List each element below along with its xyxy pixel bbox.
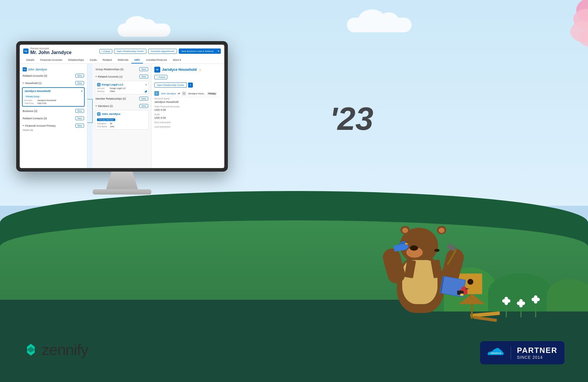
v-connector-1 — [92, 99, 93, 123]
kenge-account-label: Account — [97, 87, 109, 89]
member-relationships-text: Member Relationships (0) — [96, 97, 126, 100]
kenge-industry-field: Industry Other — [97, 90, 147, 92]
mid-related-accounts-header[interactable]: ▾ Related Accounts (1) New — [93, 73, 151, 80]
sf-cloud-logo: salesforce — [487, 346, 505, 359]
detail-alert-icon: △ — [199, 68, 201, 71]
tab-referrals[interactable]: Referrals — [115, 57, 131, 63]
john-firstname-value: John — [110, 125, 114, 128]
new-biz-button[interactable]: New Business Lead & Referral — [179, 48, 216, 54]
account-name-section: Account Name Jarndyce Household — [154, 97, 221, 103]
household-label: ▾ Household (1) — [23, 82, 42, 85]
tab-details[interactable]: Details — [23, 57, 37, 63]
financial-account-new-btn[interactable]: New — [75, 124, 84, 128]
primary-badge: Primary — [207, 92, 217, 95]
group-relationships-header[interactable]: Group Relationships (0) New — [93, 66, 151, 72]
aum-value: USD 0.00 — [154, 116, 221, 119]
tab-arc[interactable]: ARC — [131, 57, 143, 63]
new-biz-group: New Business Lead & Referral ▾ — [179, 48, 221, 54]
kenge-dropdown[interactable]: ▾ — [146, 83, 147, 86]
tab-financial-accounts[interactable]: Financial Accounts — [37, 57, 65, 63]
jarndyce-household-card: Jarndyce Household ▾ Primary Group Accou… — [22, 87, 85, 107]
detail-open-rel-wrapper: Open Relationship Center ▾ — [154, 82, 221, 88]
members-row: P John Jarndyce ⇄ H Jarndyce Hous... Pri… — [154, 90, 221, 97]
household-chevron: ▾ — [23, 82, 24, 84]
household-header[interactable]: ▾ Household (1) New — [20, 80, 87, 86]
tab-activities-timeline[interactable]: ActivitiesTimeLine — [143, 57, 170, 63]
related-contacts-header[interactable]: Related Contacts (0) New — [20, 115, 87, 121]
white-flowers — [494, 288, 553, 317]
nav-tabs: Details Financial Accounts Relationships… — [23, 57, 221, 63]
member-relationships-header[interactable]: Member Relationships (0) New — [93, 96, 151, 102]
monitor-stand — [104, 172, 140, 189]
h-connector-1 — [87, 99, 93, 99]
business-header[interactable]: Business (0) New — [20, 108, 87, 114]
mid-related-accounts-new-btn[interactable]: New — [139, 75, 148, 78]
cloud-1 — [118, 24, 171, 37]
member-relationships-new-btn[interactable]: New — [139, 97, 148, 100]
business-new-btn[interactable]: New — [75, 109, 84, 113]
kenge-industry-label: Industry — [97, 90, 109, 92]
household-financial-value: USD 0.00 — [37, 102, 46, 104]
john-member-badge-wrapper: Primary Member — [97, 116, 147, 122]
financial-account-section: ▾ Financial Account Primary New Owner (6… — [20, 123, 87, 133]
tab-related[interactable]: Related — [100, 57, 115, 63]
related-accounts-header[interactable]: Related Accounts (0) New — [20, 73, 87, 79]
badge-divider — [511, 346, 511, 359]
john-member-badge: Primary Member — [97, 118, 115, 121]
household-row-icon: H — [182, 91, 186, 96]
household-card-name: Jarndyce Household — [24, 90, 51, 93]
kenge-account-field: Account Kenge Legal LLC — [97, 87, 147, 89]
john-salutation-label: Salutation — [97, 123, 109, 125]
monitor-wrapper: PA Person Account Mr. John Jarndyce + Fo… — [16, 41, 228, 195]
left-panel: PA John Jarndyce Related Accounts (0) Ne… — [20, 64, 87, 168]
zennify-brand: zennify — [24, 341, 88, 358]
group-relationships-new-btn[interactable]: New — [139, 67, 148, 71]
svg-text:salesforce: salesforce — [491, 352, 502, 354]
total-financial-label: Total Financial Accounts — [154, 105, 221, 108]
aum-section: AUM USD 0.00 — [154, 113, 221, 119]
household-card-badge-wrapper: Primary Group — [24, 93, 82, 98]
row-share-icon[interactable]: ⇄ — [178, 92, 180, 95]
john-salutation-field: Salutation Mr — [97, 123, 147, 125]
follow-button[interactable]: + Follow — [99, 49, 112, 53]
detail-rel-dropdown[interactable]: ▾ — [188, 83, 193, 88]
year-display: '23 — [330, 100, 373, 137]
group-relationships-section: Group Relationships (0) New — [93, 66, 151, 72]
mid-related-chevron: ▾ — [96, 75, 97, 78]
detail-header: H Jarndyce Household △ — [154, 67, 221, 73]
detail-icon: H — [154, 67, 160, 73]
schedule-appt-button[interactable]: Schedule Appointment — [148, 49, 177, 54]
open-rel-center-button[interactable]: Open Relationship Center — [114, 49, 146, 54]
tab-goals[interactable]: Goals — [87, 57, 100, 63]
zennify-icon — [24, 342, 38, 357]
john-member-icon: P — [97, 112, 101, 116]
financial-account-header[interactable]: ▾ Financial Account Primary New — [20, 123, 87, 129]
group-relationships-label: Group Relationships (0) — [96, 68, 123, 71]
record-header: PA Person Account Mr. John Jarndyce + Fo… — [23, 47, 221, 55]
related-accounts-new-btn[interactable]: New — [75, 74, 84, 78]
detail-follow-btn[interactable]: + Follow — [154, 75, 167, 79]
detail-title: Jarndyce Household — [162, 68, 197, 72]
person-icon: PA — [23, 67, 27, 71]
members-new-btn[interactable]: New — [139, 104, 148, 108]
record-type-icon: PA — [23, 48, 29, 54]
household-row-name: Jarndyce Hous... — [188, 92, 206, 95]
kenge-account-value: Kenge Legal LLC — [110, 87, 126, 89]
tab-more[interactable]: More ▾ — [170, 57, 184, 63]
household-card-dropdown[interactable]: ▾ — [81, 90, 82, 93]
right-detail-panel: H Jarndyce Household △ + Follow Open Rel… — [151, 64, 224, 168]
household-new-btn[interactable]: New — [75, 81, 84, 85]
tab-relationships[interactable]: Relationships — [65, 57, 87, 63]
member-relationships-label: Member Relationships (0) — [96, 97, 126, 100]
related-contacts-new-btn[interactable]: New — [75, 116, 84, 120]
new-biz-dropdown[interactable]: ▾ — [216, 48, 221, 54]
members-header[interactable]: ▾ Members (2) New — [93, 103, 151, 109]
sf-header: PA Person Account Mr. John Jarndyce + Fo… — [20, 45, 224, 64]
detail-open-rel-btn[interactable]: Open Relationship Center — [154, 83, 187, 88]
household-section: ▾ Household (1) New Jarndyce Household ▾ — [20, 80, 87, 107]
cloud-2 — [347, 18, 412, 32]
record-type-label: Person Account — [30, 47, 72, 50]
total-financial-value: USD 0.00 — [154, 108, 221, 111]
household-account-field: Account... Jarndyce Household — [24, 99, 82, 101]
next-interaction-section: Next Interaction — [154, 121, 221, 124]
